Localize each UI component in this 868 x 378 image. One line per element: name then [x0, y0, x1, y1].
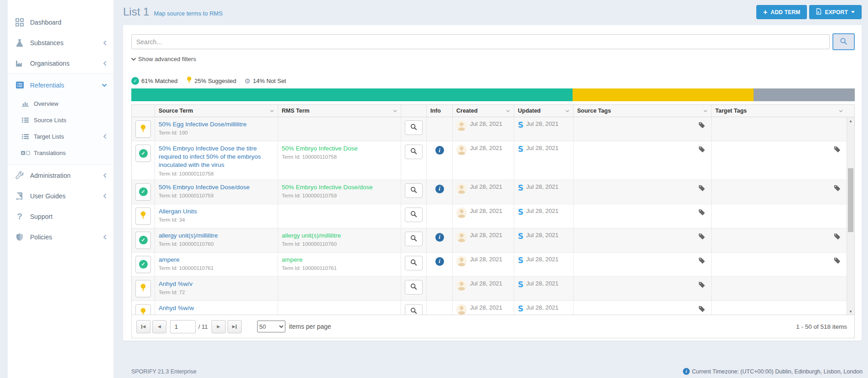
terms-table: Source Term RMS Term Info Created Update…: [131, 104, 855, 338]
first-page-button[interactable]: ◀: [136, 320, 150, 333]
page-size-select[interactable]: 50: [257, 321, 285, 332]
sidebar-item-organisations[interactable]: Organisations: [8, 53, 114, 73]
info-icon[interactable]: i: [435, 257, 444, 266]
scrollbar-thumb[interactable]: [848, 168, 853, 232]
list-subtitle: Map source terms to RMS: [154, 10, 222, 17]
advanced-filters-toggle[interactable]: Show advanced filters: [131, 56, 196, 62]
created-date: Jul 28, 2021: [470, 207, 502, 214]
preview-term-button[interactable]: [405, 183, 423, 198]
sidebar-item-translations[interactable]: A Translations: [8, 145, 114, 161]
tag-icon: [698, 185, 705, 201]
sidebar-item-dashboard[interactable]: Dashboard: [8, 12, 114, 32]
table-row: ✓ ampere Term Id: 100000110761 ampere Te…: [132, 253, 847, 277]
lightbulb-icon: [140, 308, 147, 315]
source-term-link[interactable]: 50% Embryo Infective Dose the titre requ…: [159, 145, 274, 170]
scroll-up-icon[interactable]: ▲: [847, 117, 854, 124]
status-matched-button[interactable]: ✓: [135, 145, 151, 162]
status-matched-button[interactable]: ✓: [135, 256, 151, 273]
tag-icon: [834, 233, 841, 249]
source-term-link[interactable]: Allergan Units: [159, 207, 274, 216]
status-matched-button[interactable]: ✓: [135, 232, 151, 249]
column-menu-icon[interactable]: [270, 109, 274, 113]
source-term-link[interactable]: Anhyd %w/v: [159, 280, 274, 288]
col-source-tags[interactable]: Source Tags: [573, 105, 711, 117]
last-page-button[interactable]: ▶: [227, 320, 242, 333]
status-suggested-button[interactable]: [135, 120, 151, 138]
status-suggested-button[interactable]: [135, 207, 151, 225]
tag-icon: [834, 257, 841, 273]
timezone-info: i Current Timezone: (UTC+00:00) Dublin, …: [683, 368, 863, 375]
col-target-tags[interactable]: Target Tags: [711, 105, 847, 117]
sidebar-item-target-lists[interactable]: Target Lists: [8, 128, 114, 145]
sidebar-item-user-guides[interactable]: User Guides: [8, 186, 114, 206]
column-menu-icon[interactable]: [565, 109, 569, 113]
source-term-id: Term Id: 72: [159, 290, 274, 295]
items-per-page-label: items per page: [289, 323, 331, 330]
col-status: [132, 105, 155, 117]
add-term-button[interactable]: + ADD TERM: [756, 5, 807, 19]
sporify-logo-icon: S: [518, 256, 523, 265]
avatar: [456, 280, 467, 290]
col-rms-term[interactable]: RMS Term: [278, 105, 401, 117]
avatar: [456, 183, 467, 194]
preview-term-button[interactable]: [405, 304, 423, 315]
sidebar-item-substances[interactable]: Substances: [8, 32, 114, 53]
preview-term-button[interactable]: [405, 120, 423, 135]
translate-icon: A: [21, 150, 29, 156]
source-term-id: Term Id: 100000110760: [159, 241, 274, 247]
sidebar-item-support[interactable]: ? Support: [8, 206, 114, 227]
export-button[interactable]: x EXPORT: [809, 5, 862, 19]
updated-date: Jul 28, 2021: [526, 304, 558, 311]
preview-term-button[interactable]: [405, 207, 423, 222]
preview-term-button[interactable]: [405, 256, 423, 270]
column-menu-icon[interactable]: [506, 109, 510, 113]
column-menu-icon[interactable]: [839, 109, 843, 113]
magnifier-icon: [410, 283, 417, 291]
next-page-button[interactable]: ▶: [212, 320, 226, 333]
status-matched-button[interactable]: ✓: [135, 183, 151, 201]
preview-term-button[interactable]: [405, 280, 423, 295]
source-term-link[interactable]: 50% Egg Infective Dose/millilitre: [159, 120, 274, 129]
source-term-id: Term Id: 100000110758: [159, 171, 274, 176]
search-input[interactable]: [131, 34, 830, 49]
chevron-left-icon: [103, 173, 107, 178]
source-term-link[interactable]: ampere: [159, 256, 274, 264]
sidebar-item-overview[interactable]: Overview: [8, 95, 114, 112]
preview-term-button[interactable]: [405, 232, 423, 246]
source-term-link[interactable]: 50% Embryo Infective Dose/dose: [159, 183, 274, 192]
preview-term-button[interactable]: [405, 145, 423, 159]
sidebar-item-source-lists[interactable]: Source Lists: [8, 112, 114, 128]
column-menu-icon[interactable]: [703, 109, 708, 113]
magnifier-icon: [410, 211, 417, 219]
created-date: Jul 28, 2021: [470, 120, 502, 127]
scroll-down-icon[interactable]: ▼: [847, 308, 854, 315]
created-date: Jul 28, 2021: [470, 145, 502, 151]
sidebar-item-administration[interactable]: Administration: [8, 165, 114, 186]
table-row: ✓ 50% Embryo Infective Dose the titre re…: [132, 141, 847, 180]
sidebar-item-referentials[interactable]: Referentials: [8, 75, 114, 95]
col-updated[interactable]: Updated: [514, 105, 573, 117]
sporify-logo-icon: S: [518, 207, 523, 217]
info-icon[interactable]: i: [435, 146, 444, 155]
vertical-scrollbar[interactable]: ▲ ▼: [847, 117, 854, 315]
status-suggested-button[interactable]: [135, 304, 151, 315]
sporify-logo-icon: S: [518, 145, 523, 154]
rms-term-id: Term Id: 100000110759: [282, 193, 397, 198]
table-header: Source Term RMS Term Info Created Update…: [132, 105, 854, 117]
info-icon[interactable]: i: [435, 233, 444, 242]
page-number-input[interactable]: [170, 320, 196, 333]
status-suggested-button[interactable]: [135, 280, 151, 297]
column-menu-icon[interactable]: [393, 109, 397, 113]
col-source-term[interactable]: Source Term: [155, 105, 278, 117]
prev-page-button[interactable]: ◀: [152, 320, 166, 333]
source-term-link[interactable]: Anhyd %w/w: [159, 304, 274, 312]
sidebar-item-policies[interactable]: Policies: [8, 227, 114, 247]
info-icon[interactable]: i: [435, 185, 444, 193]
tag-icon: [698, 233, 705, 249]
source-term-link[interactable]: allergy unit(s)/millilitre: [159, 232, 274, 240]
search-button[interactable]: [832, 33, 855, 50]
sidebar-item-label: Translations: [34, 150, 66, 156]
table-row: 50% Egg Infective Dose/millilitre Term I…: [132, 117, 847, 141]
created-date: Jul 28, 2021: [470, 280, 502, 287]
col-created[interactable]: Created: [452, 105, 514, 117]
